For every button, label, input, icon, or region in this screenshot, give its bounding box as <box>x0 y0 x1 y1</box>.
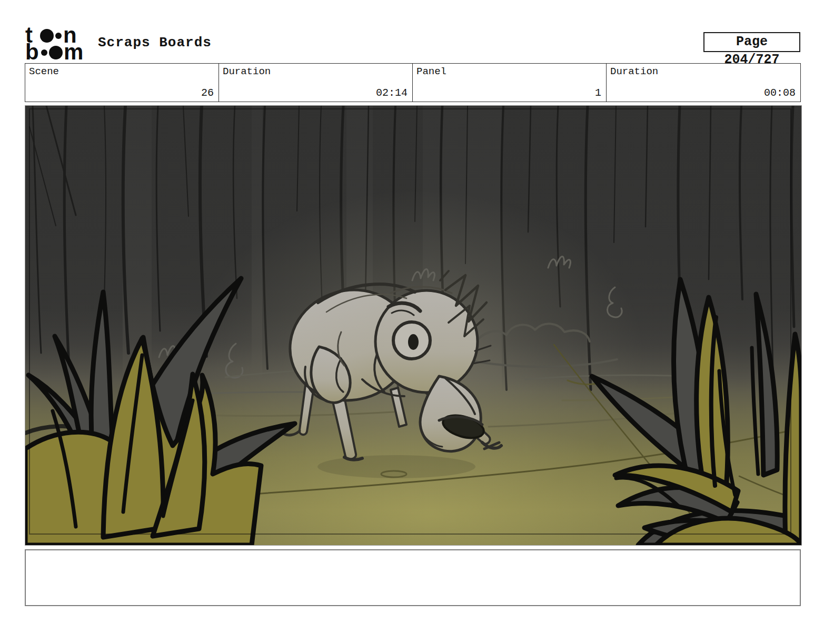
scene-label: Scene <box>29 66 59 77</box>
panel-label: Panel <box>416 66 446 77</box>
info-cell-scene-duration: Duration 02:14 <box>219 64 413 102</box>
info-cell-panel-duration: Duration 00:08 <box>607 64 800 102</box>
logo-dot-large-1 <box>40 29 54 43</box>
logo-letter-m: m <box>64 39 83 61</box>
info-cell-panel: Panel 1 <box>413 64 607 102</box>
logo-letter-b: b <box>25 39 39 61</box>
panel-duration-label: Duration <box>610 66 658 77</box>
scene-duration-label: Duration <box>223 66 271 77</box>
dog-pupil <box>408 334 419 350</box>
storyboard-export-page: t n b m Scraps Boards Page 204/727 Scene… <box>0 0 834 644</box>
info-cell-scene: Scene 26 <box>25 64 219 102</box>
page-indicator: Page 204/727 <box>703 32 800 52</box>
dog-shadow <box>317 455 475 478</box>
toonboom-logo: t n b m <box>25 26 94 61</box>
logo-dot-small-2 <box>41 49 47 56</box>
panel-info-table: Scene 26 Duration 02:14 Panel 1 Duration… <box>25 63 801 102</box>
panel-value: 1 <box>595 87 601 99</box>
panel-duration-value: 00:08 <box>764 87 796 99</box>
document-title: Scraps Boards <box>98 34 212 52</box>
storyboard-panel <box>25 105 802 546</box>
caption-box <box>25 549 801 606</box>
scene-value: 26 <box>201 87 214 99</box>
toonboom-logo-art: t n b m <box>25 26 94 61</box>
logo-dot-small-1 <box>55 33 62 39</box>
scene-duration-value: 02:14 <box>376 87 408 99</box>
storyboard-drawing <box>25 106 801 545</box>
logo-dot-large-2 <box>49 46 63 59</box>
